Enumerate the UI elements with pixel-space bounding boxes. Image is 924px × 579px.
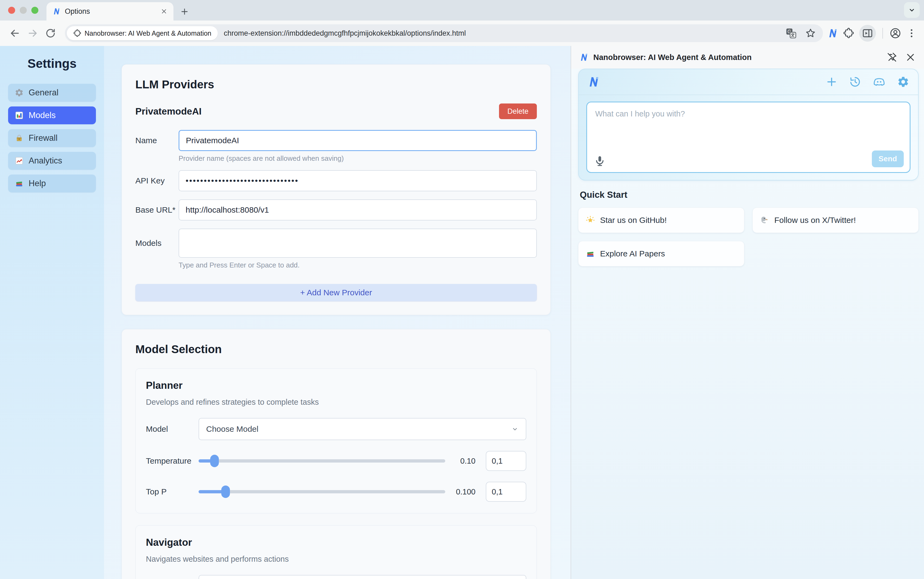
llm-providers-heading: LLM Providers [135, 78, 537, 91]
chart-up-icon [15, 156, 24, 165]
nanobrowser-logo-icon [587, 76, 600, 88]
nanobrowser-favicon-icon [52, 7, 61, 15]
nanobrowser-logo-icon [579, 53, 589, 62]
send-button[interactable]: Send [872, 150, 904, 167]
quick-start-twitter[interactable]: Follow us on X/Twitter! [752, 208, 919, 233]
chevron-down-icon [511, 425, 519, 433]
sidebar-item-general[interactable]: General [8, 84, 96, 101]
window-zoom-button[interactable] [31, 7, 38, 14]
close-panel-icon[interactable] [905, 52, 916, 63]
planner-temperature-slider[interactable] [199, 455, 445, 467]
delete-provider-button[interactable]: Delete [499, 103, 537, 119]
browser-toolbar: Nanobrowser: AI Web Agent & Automation c… [0, 21, 924, 46]
planner-top-p-label: Top P [146, 487, 199, 496]
tab-title: Options [65, 7, 156, 16]
models-hint: Type and Press Enter or Space to add. [178, 261, 537, 269]
quick-start-github[interactable]: Star us on GitHub! [578, 208, 744, 233]
new-tab-button[interactable] [180, 7, 189, 16]
books-icon [585, 249, 595, 258]
planner-top-p-input[interactable] [486, 482, 526, 502]
quick-start-label: Follow us on X/Twitter! [774, 216, 856, 225]
extension-chip-icon [73, 29, 81, 37]
planner-top-p-slider[interactable] [199, 486, 445, 498]
quick-start-label: Explore AI Papers [600, 249, 665, 258]
quick-start-section: Quick Start Star us on GitHub! [578, 190, 919, 267]
slider-thumb[interactable] [221, 486, 230, 498]
planner-description: Develops and refines strategies to compl… [146, 398, 526, 407]
history-icon[interactable] [849, 76, 861, 88]
window-minimize-button[interactable] [20, 7, 27, 14]
side-panel-header: Nanobrowser: AI Web Agent & Automation [571, 46, 924, 69]
url-text: chrome-extension://imbddededgmcgfhfpcjmi… [224, 29, 786, 38]
reload-button[interactable] [43, 25, 58, 41]
address-bar[interactable]: Nanobrowser: AI Web Agent & Automation c… [65, 24, 823, 42]
navigator-description: Navigates websites and performs actions [146, 555, 526, 564]
sidebar-item-help[interactable]: Help [8, 175, 96, 192]
add-provider-button[interactable]: + Add New Provider [135, 284, 537, 301]
content-area: Settings General Models [0, 46, 924, 579]
sidebar-item-label: Help [29, 178, 46, 188]
sidebar-item-label: General [29, 88, 58, 98]
settings-gear-icon[interactable] [897, 76, 909, 88]
traffic-lights [8, 7, 38, 14]
unpin-panel-icon[interactable] [886, 52, 898, 63]
side-panel-body: Send Quick Start Star us on GitHub! [571, 69, 924, 579]
sidebar-item-analytics[interactable]: Analytics [8, 152, 96, 170]
tab-close-icon[interactable] [160, 8, 167, 15]
planner-section: Planner Develops and refines strategies … [135, 368, 537, 514]
side-panel-button[interactable] [859, 25, 876, 42]
tab-options[interactable]: Options [46, 2, 173, 21]
quick-start-heading: Quick Start [580, 190, 919, 200]
books-icon [15, 179, 24, 188]
forward-button[interactable] [25, 25, 41, 41]
sidebar-item-firewall[interactable]: Firewall [8, 129, 96, 147]
page-title: Settings [0, 56, 104, 71]
nanobrowser-toolbar-icon[interactable] [827, 28, 838, 39]
bookmark-star-icon[interactable] [805, 28, 816, 39]
quick-start-papers[interactable]: Explore AI Papers [578, 241, 744, 267]
provider-name-input[interactable] [178, 130, 537, 151]
planner-model-select[interactable]: Choose Model [199, 418, 526, 440]
extensions-puzzle-icon[interactable] [843, 28, 854, 39]
window-close-button[interactable] [8, 7, 15, 14]
extension-page-chip[interactable]: Nanobrowser: AI Web Agent & Automation [67, 26, 218, 40]
planner-temperature-value: 0.10 [445, 456, 476, 466]
sidebar-item-label: Firewall [29, 133, 57, 143]
navigator-model-select[interactable]: Choose Model [199, 575, 526, 579]
options-page: Settings General Models [0, 46, 571, 579]
navigator-heading: Navigator [146, 537, 526, 548]
back-button[interactable] [7, 25, 23, 41]
tab-search-button[interactable] [904, 2, 920, 18]
provider-name: PrivatemodeAI [135, 106, 201, 117]
chat-input[interactable]: Send [586, 101, 911, 173]
profile-button[interactable] [890, 27, 901, 39]
planner-model-value: Choose Model [206, 424, 258, 433]
api-key-input[interactable] [178, 170, 537, 191]
microphone-icon[interactable] [594, 155, 606, 167]
models-label: Models [135, 239, 178, 248]
planner-heading: Planner [146, 380, 526, 391]
sidebar-item-models[interactable]: Models [8, 106, 96, 124]
planner-temperature-input[interactable] [486, 451, 526, 471]
side-panel-title: Nanobrowser: AI Web Agent & Automation [593, 53, 881, 62]
glowing-star-icon [585, 215, 595, 225]
tab-strip: Options [0, 0, 924, 21]
bird-icon [760, 215, 769, 225]
name-hint: Provider name (spaces are not allowed wh… [178, 154, 537, 163]
new-chat-icon[interactable] [826, 76, 837, 88]
base-url-input[interactable] [178, 200, 537, 221]
settings-main: LLM Providers PrivatemodeAI Delete Name … [104, 46, 571, 579]
model-selection-heading: Model Selection [135, 343, 537, 356]
llm-providers-card: LLM Providers PrivatemodeAI Delete Name … [122, 64, 551, 315]
menu-kebab-icon[interactable] [906, 28, 917, 39]
planner-top-p-value: 0.100 [445, 487, 476, 496]
discord-icon[interactable] [873, 75, 886, 88]
planner-model-label: Model [146, 424, 199, 433]
chat-textarea[interactable] [595, 110, 901, 153]
browser-window: Options Nanobrowser: AI Web Agent & Auto… [0, 0, 924, 579]
quick-start-label: Star us on GitHub! [600, 216, 667, 225]
name-label: Name [135, 136, 178, 145]
slider-thumb[interactable] [210, 455, 219, 467]
models-input[interactable] [178, 229, 537, 258]
translate-icon[interactable]: G [786, 28, 796, 39]
